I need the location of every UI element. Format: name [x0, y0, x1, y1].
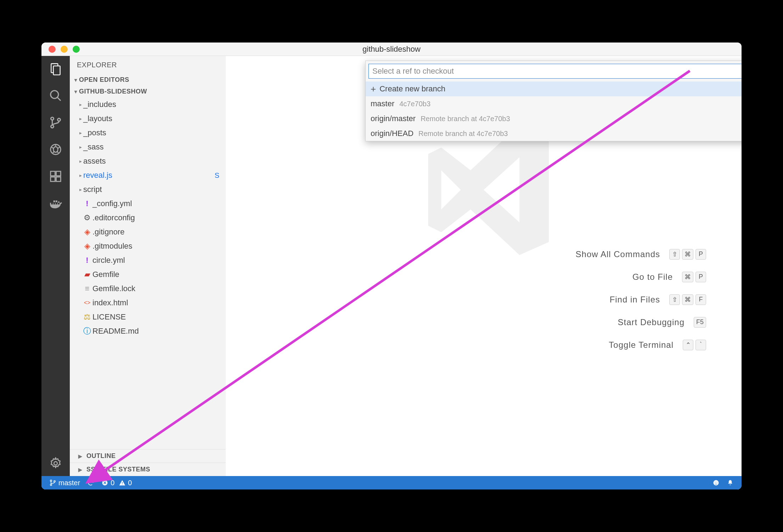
file-name: Gemfile: [92, 270, 119, 279]
welcome-label: Go to File: [632, 272, 673, 282]
explorer-icon[interactable]: [49, 62, 63, 76]
section-label: SSH FILE SYSTEMS: [86, 466, 150, 473]
section-ssh[interactable]: ▶ SSH FILE SYSTEMS: [70, 463, 226, 476]
svg-point-4: [51, 117, 54, 120]
file-item[interactable]: ⚖LICENSE: [70, 310, 226, 324]
chevron-down-icon: ▼: [73, 77, 79, 83]
file-item[interactable]: ◈.gitmodules: [70, 239, 226, 253]
quick-pick-item[interactable]: origin/masterRemote branch at 4c7e70b3: [366, 111, 742, 126]
svg-point-22: [714, 480, 719, 486]
warning-icon: [119, 479, 126, 486]
folder-item[interactable]: ▸_includes: [70, 97, 226, 112]
file-icon: ◈: [83, 242, 91, 251]
section-project[interactable]: ▼ GITHUB-SLIDESHOW: [70, 86, 226, 97]
file-name: index.html: [92, 298, 128, 307]
error-count: 0: [111, 479, 114, 487]
smiley-icon: [712, 479, 720, 486]
extensions-icon[interactable]: [49, 169, 63, 183]
chevron-right-icon: ▸: [78, 144, 83, 150]
file-item[interactable]: ◈.gitignore: [70, 225, 226, 239]
close-icon[interactable]: [49, 46, 56, 53]
key-sequence: ⇧⌘F: [669, 294, 706, 305]
welcome-row: Toggle Terminal⌃`: [576, 334, 706, 356]
status-branch[interactable]: master: [46, 479, 84, 487]
activity-bar: [41, 56, 70, 476]
body: EXPLORER ▼ OPEN EDITORS ▼ GITHUB-SLIDESH…: [41, 56, 742, 476]
chevron-right-icon: ▸: [78, 158, 83, 164]
file-name: _layouts: [83, 114, 112, 123]
svg-point-13: [54, 462, 57, 465]
file-item[interactable]: ⓘREADME.md: [70, 324, 226, 338]
chevron-right-icon: ▸: [78, 130, 83, 136]
search-icon[interactable]: [49, 89, 63, 103]
debug-icon[interactable]: [49, 142, 63, 157]
status-feedback[interactable]: [709, 479, 723, 486]
welcome-row: Find in Files⇧⌘F: [576, 288, 706, 311]
quick-pick: +Create new branchmaster4c7e70b3origin/m…: [365, 61, 742, 141]
file-icon: ▰: [83, 270, 91, 279]
svg-rect-11: [56, 177, 61, 182]
key-sequence: ⇧⌘P: [669, 249, 706, 260]
file-item[interactable]: <>index.html: [70, 296, 226, 310]
svg-point-2: [51, 91, 58, 98]
file-item[interactable]: !_config.yml: [70, 197, 226, 211]
file-item[interactable]: !circle.yml: [70, 253, 226, 267]
keycap: ⌃: [683, 340, 693, 350]
status-notifications[interactable]: [723, 479, 737, 486]
keycap: P: [695, 272, 706, 282]
key-sequence: ⌘P: [682, 272, 706, 282]
file-icon: ⚖: [83, 312, 91, 322]
docker-icon[interactable]: [49, 196, 63, 210]
svg-rect-12: [56, 171, 61, 176]
welcome-label: Find in Files: [610, 295, 660, 305]
svg-point-23: [715, 482, 716, 482]
window-title: github-slideshow: [41, 45, 742, 54]
source-control-icon[interactable]: [49, 115, 63, 130]
quick-pick-item[interactable]: origin/HEADRemote branch at 4c7e70b3: [366, 126, 742, 141]
folder-item[interactable]: ▸script: [70, 182, 226, 197]
file-icon: ⓘ: [83, 326, 91, 336]
file-item[interactable]: ▰Gemfile: [70, 267, 226, 282]
quick-pick-input[interactable]: [368, 64, 742, 79]
minimize-icon[interactable]: [61, 46, 68, 53]
file-item[interactable]: ⚙.editorconfig: [70, 211, 226, 225]
section-label: OPEN EDITORS: [79, 76, 129, 84]
keycap: ⌘: [682, 272, 693, 282]
branch-name: master: [58, 479, 80, 487]
file-name: _includes: [83, 100, 116, 109]
folder-item[interactable]: ▸_sass: [70, 140, 226, 154]
file-icon: ≡: [83, 284, 91, 293]
section-outline[interactable]: ▶ OUTLINE: [70, 449, 226, 463]
welcome-row: Start DebuggingF5: [576, 311, 706, 334]
file-item[interactable]: ≡Gemfile.lock: [70, 282, 226, 296]
folder-item[interactable]: ▸_posts: [70, 126, 226, 140]
file-icon: ⚙: [83, 213, 91, 222]
file-name: .gitignore: [92, 227, 125, 237]
file-name: _config.yml: [92, 199, 132, 208]
settings-icon[interactable]: [49, 456, 63, 470]
chevron-right-icon: ▶: [78, 453, 83, 459]
status-problems[interactable]: 0 0: [98, 479, 135, 487]
item-label: Create new branch: [379, 84, 445, 94]
item-description: 4c7e70b3: [399, 100, 430, 108]
svg-point-14: [50, 480, 52, 481]
maximize-icon[interactable]: [73, 46, 80, 53]
file-tree: ▸_includes▸_layouts▸_posts▸_sass▸assets▸…: [70, 97, 226, 449]
chevron-right-icon: ▸: [78, 116, 83, 121]
scm-badge: S: [215, 171, 219, 180]
file-name: LICENSE: [92, 312, 126, 322]
file-name: README.md: [92, 327, 139, 336]
warning-count: 0: [128, 479, 132, 487]
folder-item[interactable]: ▸assets: [70, 154, 226, 168]
explorer-sidebar: EXPLORER ▼ OPEN EDITORS ▼ GITHUB-SLIDESH…: [70, 56, 226, 476]
section-open-editors[interactable]: ▼ OPEN EDITORS: [70, 74, 226, 86]
editor-area: Show All Commands⇧⌘PGo to File⌘PFind in …: [226, 56, 742, 476]
welcome-row: Go to File⌘P: [576, 266, 706, 288]
quick-pick-item[interactable]: +Create new branch: [366, 81, 742, 96]
item-label: origin/HEAD: [371, 129, 413, 138]
folder-item[interactable]: ▸_layouts: [70, 112, 226, 126]
status-sync[interactable]: [84, 479, 98, 486]
keycap: ⌘: [682, 294, 693, 305]
quick-pick-item[interactable]: master4c7e70b3: [366, 96, 742, 111]
folder-item[interactable]: ▸reveal.jsS: [70, 168, 226, 182]
